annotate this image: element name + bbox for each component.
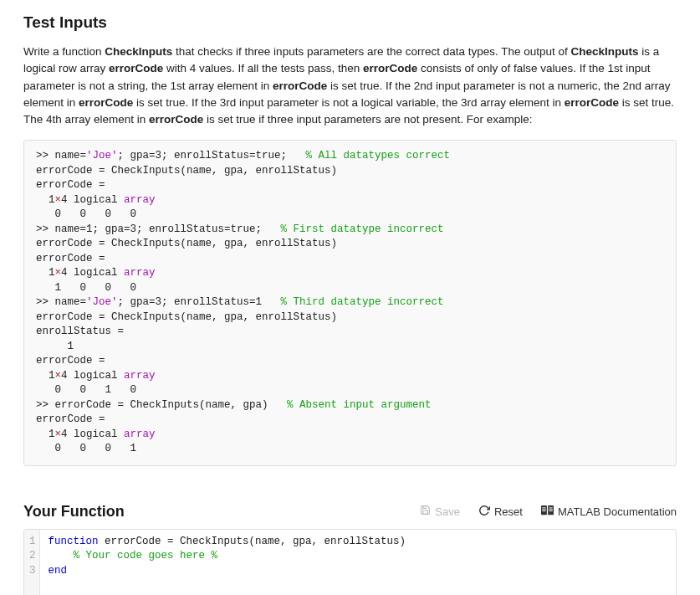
action-bar: Save Reset MATLAB Documentation bbox=[420, 505, 677, 519]
svg-rect-2 bbox=[542, 508, 545, 509]
svg-rect-3 bbox=[542, 510, 545, 510]
reset-button[interactable]: Reset bbox=[478, 505, 523, 519]
save-icon bbox=[420, 505, 431, 518]
save-label: Save bbox=[435, 505, 460, 518]
reset-icon bbox=[478, 505, 490, 519]
docs-label: MATLAB Documentation bbox=[558, 505, 677, 518]
section-title: Your Function bbox=[23, 503, 125, 521]
code-area[interactable]: function errorCode = CheckInputs(name, g… bbox=[40, 530, 676, 595]
line-gutter: 1 2 3 bbox=[24, 530, 40, 595]
reset-label: Reset bbox=[494, 505, 523, 518]
svg-rect-5 bbox=[549, 508, 552, 509]
docs-link[interactable]: MATLAB Documentation bbox=[541, 505, 677, 518]
svg-rect-6 bbox=[549, 510, 552, 510]
problem-description: Write a function CheckInputs that checks… bbox=[23, 44, 677, 128]
page-title: Test Inputs bbox=[23, 13, 677, 32]
svg-rect-1 bbox=[548, 505, 554, 515]
code-editor[interactable]: 1 2 3 function errorCode = CheckInputs(n… bbox=[23, 529, 677, 595]
svg-rect-7 bbox=[549, 510, 552, 511]
docs-icon bbox=[541, 505, 554, 518]
save-button[interactable]: Save bbox=[420, 505, 460, 518]
svg-rect-4 bbox=[542, 510, 545, 511]
svg-rect-0 bbox=[541, 505, 547, 515]
example-code-block: >> name='Joe'; gpa=3; enrollStatus=true;… bbox=[23, 140, 677, 466]
